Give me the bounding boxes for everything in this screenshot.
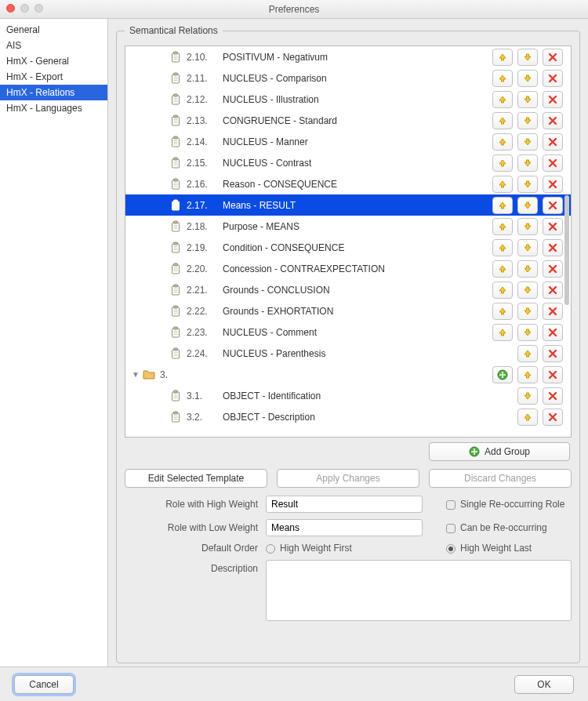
move-up-button[interactable] [492, 70, 513, 87]
delete-button[interactable] [543, 91, 563, 108]
delete-button[interactable] [543, 387, 563, 405]
sidebar-item-ais[interactable]: AIS [0, 38, 107, 53]
delete-button[interactable] [543, 70, 563, 87]
relation-list[interactable]: 2.10.POSITIVUM - Negativum2.11.NUCLEUS -… [125, 45, 572, 438]
delete-button[interactable] [543, 176, 563, 193]
move-up-button[interactable] [492, 324, 513, 341]
description-textarea[interactable] [266, 560, 572, 621]
delete-button[interactable] [543, 239, 563, 256]
relation-row[interactable]: 2.19.Condition - CONSEQUENCE [125, 237, 571, 258]
move-down-button[interactable] [517, 281, 538, 299]
relation-row[interactable]: 2.12.NUCLEUS - Illustration [125, 89, 571, 110]
delete-button[interactable] [543, 345, 563, 362]
can-reoccur-checkbox[interactable] [446, 524, 456, 533]
move-down-button[interactable] [517, 49, 538, 66]
add-child-button[interactable] [492, 366, 513, 383]
delete-button[interactable] [543, 218, 563, 235]
move-down-button[interactable] [517, 387, 538, 405]
move-up-button[interactable] [517, 345, 538, 362]
single-reoccurring-checkbox[interactable] [446, 500, 456, 510]
relation-row[interactable]: 2.14.NUCLEUS - Manner [125, 131, 571, 152]
scrollbar[interactable] [564, 195, 569, 305]
move-up-button[interactable] [492, 176, 513, 193]
move-down-button[interactable] [517, 324, 538, 341]
disclosure-triangle-icon[interactable]: ▼ [132, 370, 140, 379]
apply-changes-button[interactable]: Apply Changes [277, 469, 419, 488]
move-down-button[interactable] [517, 218, 538, 235]
move-up-button[interactable] [492, 303, 513, 320]
delete-button[interactable] [543, 49, 563, 66]
delete-button[interactable] [543, 133, 563, 151]
move-down-button[interactable] [517, 260, 538, 278]
relation-row[interactable]: 2.17.Means - RESULT [125, 194, 571, 216]
delete-button[interactable] [543, 260, 563, 278]
sidebar-item-hmx-general[interactable]: HmX - General [0, 53, 107, 69]
row-number: 2.11. [187, 73, 223, 84]
row-number: 2.17. [187, 200, 223, 211]
relation-row[interactable]: 3.2.OBJECT - Description [125, 406, 571, 427]
relation-row[interactable]: 2.13.CONGRUENCE - Standard [125, 110, 571, 131]
sidebar-item-hmx-export[interactable]: HmX - Export [0, 69, 107, 85]
delete-button[interactable] [543, 409, 563, 426]
relation-row[interactable]: 2.22.Grounds - EXHORTATION [125, 300, 571, 321]
relation-row[interactable]: 2.16.Reason - CONSEQUENCE [125, 173, 571, 194]
relation-row[interactable]: 2.21.Grounds - CONCLUSION [125, 279, 571, 300]
move-down-button[interactable] [517, 303, 538, 320]
row-label: Means - RESULT [223, 200, 296, 211]
relation-row[interactable]: 2.23.NUCLEUS - Comment [125, 321, 571, 343]
relation-row[interactable]: 2.20.Concession - CONTRAEXPECTATION [125, 258, 571, 279]
svg-rect-21 [174, 136, 178, 139]
delete-button[interactable] [543, 303, 563, 320]
delete-button[interactable] [543, 154, 563, 172]
move-down-button[interactable] [517, 197, 538, 214]
high-weight-input[interactable] [266, 496, 423, 513]
move-down-button[interactable] [517, 112, 538, 129]
move-up-button[interactable] [492, 49, 513, 66]
move-up-button[interactable] [492, 154, 513, 172]
move-down-button[interactable] [517, 154, 538, 172]
move-down-button[interactable] [517, 239, 538, 256]
edit-template-button[interactable]: Edit Selected Template [125, 469, 267, 488]
sidebar-item-general[interactable]: General [0, 22, 107, 38]
delete-button[interactable] [543, 366, 563, 383]
move-down-button[interactable] [517, 91, 538, 108]
relation-row[interactable]: 2.10.POSITIVUM - Negativum [125, 46, 571, 67]
move-up-button[interactable] [517, 366, 538, 383]
move-up-button[interactable] [492, 112, 513, 129]
delete-button[interactable] [543, 324, 563, 341]
low-weight-input[interactable] [266, 519, 423, 536]
move-down-button[interactable] [517, 133, 538, 151]
move-up-button[interactable] [492, 218, 513, 235]
order-first-radio[interactable] [266, 544, 275, 554]
relation-row[interactable]: 2.11.NUCLEUS - Comparison [125, 67, 571, 89]
relation-row[interactable]: 2.18.Purpose - MEANS [125, 216, 571, 237]
move-down-button[interactable] [517, 70, 538, 87]
move-up-button[interactable] [492, 197, 513, 214]
folder-row[interactable]: ▼3. [125, 364, 571, 385]
relation-row[interactable]: 2.15.NUCLEUS - Contrast [125, 152, 571, 173]
discard-changes-button[interactable]: Discard Changes [429, 469, 572, 488]
move-up-button[interactable] [492, 281, 513, 299]
move-up-button[interactable] [492, 239, 513, 256]
close-window-icon[interactable] [6, 4, 15, 13]
sidebar-item-hmx-relations[interactable]: HmX - Relations [0, 85, 107, 100]
order-last-radio[interactable] [446, 544, 456, 554]
clipboard-icon [169, 199, 182, 212]
move-down-button[interactable] [517, 176, 538, 193]
sidebar-item-hmx-languages[interactable]: HmX - Languages [0, 100, 107, 116]
row-label: OBJECT - Description [223, 412, 315, 423]
cancel-button[interactable]: Cancel [14, 675, 74, 694]
relation-row[interactable]: 3.1.OBJECT - Identification [125, 385, 571, 406]
delete-button[interactable] [543, 281, 563, 299]
delete-button[interactable] [543, 197, 563, 214]
row-number: 2.18. [187, 221, 223, 232]
move-up-button[interactable] [517, 409, 538, 426]
move-up-button[interactable] [492, 133, 513, 151]
relation-row[interactable]: 2.24.NUCLEUS - Parenthesis [125, 343, 571, 364]
ok-button[interactable]: OK [514, 675, 574, 694]
move-up-button[interactable] [492, 91, 513, 108]
clipboard-icon [169, 93, 182, 106]
add-group-button[interactable]: Add Group [429, 442, 570, 461]
move-up-button[interactable] [492, 260, 513, 278]
delete-button[interactable] [543, 112, 563, 129]
